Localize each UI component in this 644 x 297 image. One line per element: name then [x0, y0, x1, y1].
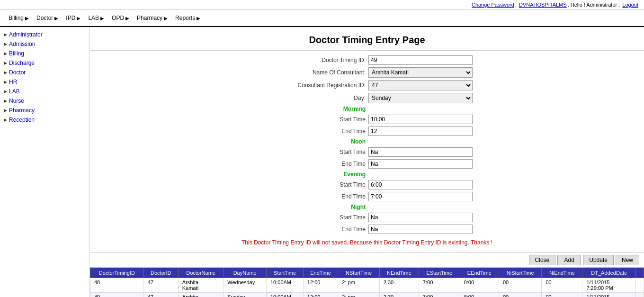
table-row[interactable]: 4847Arshita KamatiWednesday10:00AM12:002…: [90, 278, 644, 293]
nav-pharmacy-label: Pharmacy: [137, 15, 162, 21]
table-cell: 2: pm: [338, 293, 380, 297]
hospital-link[interactable]: DVNAHOSPITALMS: [519, 2, 567, 8]
sidebar-item-admission[interactable]: ▶ Admission: [0, 39, 89, 49]
table-cell: [636, 278, 644, 293]
table-cell: 7:00: [419, 278, 460, 293]
table-cell: 10:00AM: [267, 293, 304, 297]
sidebar-item-reception[interactable]: ▶ Reception: [0, 115, 89, 125]
noon-end-label: End Time: [261, 161, 366, 167]
sidebar-item-discharge[interactable]: ▶ Discharge: [0, 58, 89, 68]
th-nstart-time: NStartTime: [338, 268, 380, 278]
add-button[interactable]: Add: [557, 255, 581, 265]
table-row[interactable]: 4947Arshita KamatiSunday10:00AM12:002: p…: [90, 293, 644, 297]
hello-text: Hello ! Administrator: [571, 2, 617, 8]
noon-start-label: Start Time: [261, 149, 366, 155]
nav-opd[interactable]: OPD ▶: [108, 13, 133, 23]
sidebar-arrow-doctor: ▶: [4, 70, 7, 75]
sidebar-item-billing[interactable]: ▶ Billing: [0, 49, 89, 58]
nav-doctor[interactable]: Doctor ▶: [33, 13, 62, 23]
form-row-timing-id: Doctor Timing ID:: [99, 55, 635, 65]
th-day-name: DayName: [224, 268, 267, 278]
content-area: Doctor Timing Entry Page Doctor Timing I…: [90, 27, 644, 297]
nav-opd-arrow: ▶: [125, 16, 129, 21]
nav-pharmacy[interactable]: Pharmacy ▶: [133, 13, 171, 23]
sidebar-label-administrator: Administrator: [9, 31, 43, 38]
evening-end-input[interactable]: [368, 192, 473, 201]
table-cell: 47: [143, 293, 178, 297]
night-end-input[interactable]: [368, 225, 473, 234]
sidebar: ▶ Administrator ▶ Admission ▶ Billing ▶ …: [0, 27, 90, 297]
table-cell: 10:00AM: [267, 278, 304, 293]
consultant-name-select[interactable]: Arshita Kamati: [368, 67, 473, 78]
nav-billing[interactable]: Billing ▶: [5, 13, 33, 23]
day-label: Day:: [261, 95, 366, 101]
button-row: Close Add Update New: [90, 253, 644, 268]
change-password-link[interactable]: Change Password: [472, 2, 514, 8]
th-nend-time: NEndTime: [379, 268, 419, 278]
sidebar-item-nurse[interactable]: ▶ Nurse: [0, 96, 89, 106]
sidebar-label-admission: Admission: [9, 41, 35, 47]
nav-doctor-arrow: ▶: [54, 16, 58, 21]
table-cell: 47: [143, 278, 178, 293]
form-row-noon-start: Start Time: [99, 147, 635, 157]
morning-end-input[interactable]: [368, 126, 473, 136]
sidebar-arrow-nurse: ▶: [4, 99, 7, 103]
th-dt-added-date: DT_AddedDate: [582, 268, 636, 278]
sidebar-arrow-discharge: ▶: [4, 61, 7, 65]
sidebar-item-lab[interactable]: ▶ LAB: [0, 87, 89, 96]
sidebar-item-administrator[interactable]: ▶ Administrator: [0, 30, 89, 39]
day-select[interactable]: Sunday: [368, 93, 473, 103]
doctor-timing-id-input[interactable]: [368, 55, 473, 65]
sidebar-item-doctor[interactable]: ▶ Doctor: [0, 68, 89, 77]
nav-ipd[interactable]: IPD ▶: [62, 13, 84, 23]
main-layout: ▶ Administrator ▶ Admission ▶ Billing ▶ …: [0, 27, 644, 297]
th-nistart-time: NiStartTime: [499, 268, 541, 278]
nav-lab-label: LAB: [88, 15, 99, 21]
table-cell: Arshita Kamati: [178, 278, 223, 293]
table-area: DoctorTimingID DoctorID DoctorName DayNa…: [90, 268, 644, 297]
noon-start-input[interactable]: [368, 147, 473, 157]
th-end-time: EndTime: [303, 268, 338, 278]
logout-link[interactable]: Logout: [622, 2, 638, 8]
sidebar-label-billing: Billing: [9, 50, 24, 57]
evening-start-input[interactable]: [368, 180, 473, 189]
sidebar-label-hr: HR: [9, 79, 17, 85]
night-section-label: Night: [261, 204, 366, 210]
table-cell: Arshita Kamati: [178, 293, 223, 297]
table-cell: 00: [499, 293, 541, 297]
table-cell: 2: pm: [338, 278, 380, 293]
table-scroll-area[interactable]: DoctorTimingID DoctorID DoctorName DayNa…: [90, 268, 644, 297]
form-row-night-end: End Time: [99, 225, 635, 234]
sidebar-item-hr[interactable]: ▶ HR: [0, 77, 89, 87]
nav-lab[interactable]: LAB ▶: [84, 13, 108, 23]
update-button[interactable]: Update: [583, 255, 614, 265]
table-cell: 48: [90, 278, 144, 293]
table-cell: 2:30: [379, 278, 419, 293]
nav-reports-label: Reports: [175, 15, 195, 21]
noon-end-input[interactable]: [368, 159, 473, 169]
nav-reports[interactable]: Reports ▶: [171, 13, 204, 23]
morning-start-input[interactable]: [368, 115, 473, 124]
form-row-consultant: Name Of Consultant: Arshita Kamati: [99, 67, 635, 78]
sidebar-item-pharmacy[interactable]: ▶ Pharmacy: [0, 106, 89, 115]
table-cell: 00: [542, 278, 582, 293]
sidebar-label-nurse: Nurse: [9, 98, 24, 104]
morning-start-label: Start Time: [261, 116, 366, 123]
sidebar-label-doctor: Doctor: [9, 69, 26, 76]
nav-ipd-arrow: ▶: [77, 16, 80, 21]
th-extra: [636, 268, 644, 278]
table-cell: 12:00: [303, 278, 338, 293]
new-button[interactable]: New: [616, 255, 639, 265]
close-button[interactable]: Close: [529, 255, 556, 265]
form-row-evening-end: End Time: [99, 192, 635, 201]
top-bar: Change Password, DVNAHOSPITALMS, Hello !…: [0, 0, 644, 10]
sidebar-arrow-admission: ▶: [4, 42, 7, 46]
consultant-reg-id-select[interactable]: 47: [368, 80, 473, 90]
sidebar-arrow-pharmacy: ▶: [4, 108, 7, 113]
form-row-night-section: Night: [99, 204, 635, 210]
th-doctor-timing-id: DoctorTimingID: [90, 268, 144, 278]
sidebar-label-lab: LAB: [9, 88, 20, 95]
night-start-input[interactable]: [368, 213, 473, 222]
table-cell: Wednesday: [224, 278, 267, 293]
th-start-time: StartTime: [267, 268, 304, 278]
